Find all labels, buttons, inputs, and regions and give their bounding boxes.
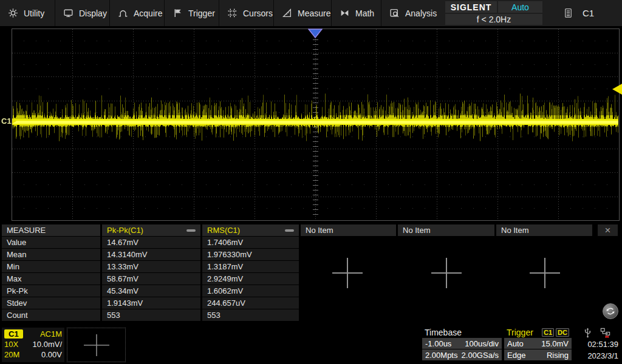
stat-value: 1.3187mV [202,261,299,272]
lan-disconnected-icon [600,328,610,338]
stat-value: 1.9143mV [102,297,200,309]
channel-zero-level-marker[interactable]: C1 [1,116,16,126]
usb-icon [583,328,592,338]
measure-col-empty-3[interactable]: No Item [496,224,592,236]
gear-icon [8,8,18,18]
stat-value: 45.34mV [102,285,200,297]
measure-row-min: Min 13.33mV 1.3187mV [2,261,592,272]
stat-label: Count [2,309,100,321]
analysis-icon [389,8,400,18]
channel-bandwidth: 20M [4,350,19,359]
channel-settings-menu[interactable]: C1 [556,0,622,26]
acquisition-mode: Auto [498,1,542,13]
timebase-title: Timebase [425,328,462,337]
stat-value: 2.9249mV [202,273,299,285]
notes-icon [564,8,573,18]
stat-value: 58.67mV [102,273,200,285]
measure-col-pkpk[interactable]: Pk-Pk(C1) [102,224,200,236]
timebase-delay: -1.00us [425,339,451,348]
flag-icon [173,8,183,18]
reset-statistics-button[interactable] [603,303,618,319]
measure-title: MEASURE [2,224,100,236]
measure-col-empty-2[interactable]: No Item [398,224,494,236]
add-measurement-button[interactable] [330,256,364,290]
trigger-source-badge: C1 [542,328,554,337]
trigger-frequency: f < 2.0Hz [445,14,542,25]
trigger-coupling-badge: DC [556,328,569,337]
stat-value: 14.67mV [102,237,200,248]
stat-label: Stdev [2,297,100,309]
siglent-logo: SIGLENT [445,1,497,13]
menu-analysis-label: Analysis [405,8,437,18]
clock: 02:51:39 2023/3/1 [570,339,618,362]
stat-value: 13.33mV [102,261,200,272]
timebase-panel[interactable]: Timebase -1.00us 100us/div 2.00Mpts 2.00… [422,328,502,362]
clock-time: 02:51:39 [570,339,618,350]
clock-date: 2023/3/1 [570,350,618,362]
stat-value: 1.976330mV [202,249,299,260]
trigger-level: 15.0mV [541,339,569,348]
menu-display[interactable]: Display [55,0,110,26]
menu-measure[interactable]: Measure [274,0,332,26]
trigger-position-marker[interactable] [308,29,323,38]
channel-tab: C1 [4,329,23,339]
trigger-level-marker[interactable] [612,84,622,95]
close-icon[interactable]: × [598,224,618,236]
stat-value: 553 [202,309,299,321]
stat-value: 1.7406mV [202,237,299,248]
menu-acquire[interactable]: Acquire [110,0,165,26]
measure-row-count: Count 553 553 [2,309,592,321]
stat-value: 14.3140mV [102,249,200,260]
menu-cursors-label: Cursors [243,8,273,18]
trigger-type: Edge [507,351,525,360]
stat-label: Value [2,237,100,248]
menu-trigger[interactable]: Trigger [165,0,219,26]
stat-value: 244.657uV [202,297,299,309]
stat-label: Max [2,273,100,285]
cursors-icon [227,8,238,18]
menu-measure-label: Measure [298,8,330,18]
timebase-scale: 100us/div [465,339,499,348]
remove-measurement-icon[interactable] [285,229,294,232]
display-icon [63,8,73,18]
channel-offset: 0.00V [41,350,62,359]
measure-row-value: Value 14.67mV 1.7406mV [2,237,592,248]
channel-info-box[interactable]: C1 AC1M 10X 10.0mV/ 20M 0.00V [2,328,64,362]
timebase-points: 2.00Mpts [425,351,457,360]
remove-measurement-icon[interactable] [186,229,196,232]
channel-probe: 10X [4,340,18,349]
trigger-panel[interactable]: Trigger C1 DC Auto 15.0mV Edge Rising [504,328,572,362]
acquisition-status-block[interactable]: SIGLENT Auto f < 2.0Hz [445,1,542,25]
add-channel-button[interactable] [67,328,126,362]
trigger-title: Trigger [507,328,533,337]
stat-label: Mean [2,249,100,260]
stat-label: Pk-Pk [2,285,100,297]
stat-value: 553 [102,309,200,321]
channel-marker-label: C1 [1,116,12,126]
measure-panel: MEASURE Pk-Pk(C1) RMS(C1) No Item No Ite… [2,224,592,321]
measure-icon [282,8,292,18]
menu-math[interactable]: Math [332,0,381,26]
math-icon [340,8,350,18]
menu-math-label: Math [355,8,374,18]
refresh-icon [606,306,615,316]
menu-trigger-label: Trigger [188,8,215,18]
menu-display-label: Display [79,8,107,18]
menu-analysis[interactable]: Analysis [381,0,444,26]
stat-value: 1.6062mV [202,285,299,297]
menu-acquire-label: Acquire [134,8,162,18]
channel-coupling: AC1M [40,329,62,339]
oscilloscope-screen: Utility Display Acquire Trigger Cursors … [0,0,622,364]
channel-menu-label: C1 [583,8,594,18]
add-measurement-button[interactable] [528,256,562,290]
trigger-slope: Rising [547,351,569,360]
measure-col-empty-1[interactable]: No Item [301,224,396,236]
menu-utility[interactable]: Utility [0,0,55,26]
add-measurement-button[interactable] [429,256,463,290]
acquire-icon [118,8,128,18]
measure-col-rms[interactable]: RMS(C1) [202,224,299,236]
waveform-canvas[interactable] [0,27,622,223]
measure-row-max: Max 58.67mV 2.9249mV [2,273,592,285]
plus-icon [83,333,111,357]
menu-cursors[interactable]: Cursors [219,0,274,26]
